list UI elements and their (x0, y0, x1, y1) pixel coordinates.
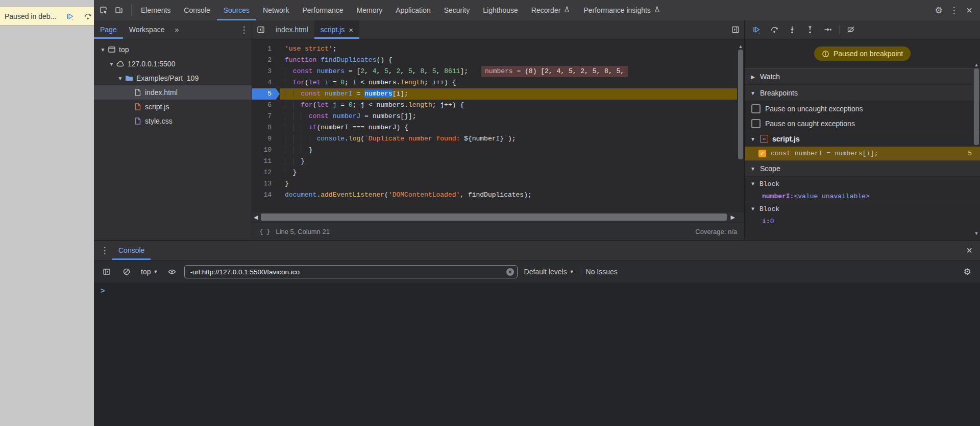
tab-performance[interactable]: Performance (296, 0, 350, 20)
code-text[interactable]: } (280, 178, 744, 190)
code-line-14[interactable]: 14document.addEventListener('DOMContentL… (252, 190, 744, 201)
line-number[interactable]: 10 (252, 145, 280, 156)
tab-console[interactable]: Console (177, 0, 216, 20)
code-text[interactable]: } (280, 145, 744, 156)
editor-tab-index-html[interactable]: index.html (270, 20, 314, 39)
close-tab-icon[interactable]: × (349, 26, 353, 34)
line-number[interactable]: 3 (252, 66, 280, 77)
console-settings-gear-icon[interactable]: ⚙ (960, 264, 975, 279)
console-prompt[interactable]: > (94, 283, 980, 299)
scroll-up-icon[interactable]: ▲ (973, 62, 980, 67)
code-text[interactable]: for(let j = 0; j < numbers.length; j++) … (280, 100, 744, 111)
line-number[interactable]: 9 (252, 133, 280, 145)
breakpoint-entry[interactable]: ✓ const numberI = numbers[i]; 5 (745, 147, 980, 160)
code-text[interactable]: } (280, 156, 744, 167)
code-text[interactable]: const numberI = numbers[i]; (280, 88, 744, 100)
scrollbar-thumb[interactable] (261, 214, 727, 221)
scope-section-header[interactable]: ▼ Scope (745, 160, 980, 177)
code-text[interactable]: 'use strict'; (280, 43, 744, 55)
device-toolbar-icon[interactable] (111, 3, 127, 18)
breakpoints-section-header[interactable]: ▼ Breakpoints (745, 85, 980, 101)
tree-item-top[interactable]: ▼top (94, 42, 252, 57)
code-text[interactable]: document.addEventListener('DOMContentLoa… (280, 190, 744, 201)
navigator-kebab-menu-icon[interactable]: ⋮ (236, 22, 252, 37)
toggle-navigator-icon[interactable] (252, 22, 270, 37)
more-tabs-button[interactable]: » (170, 26, 183, 34)
close-devtools-icon[interactable]: × (962, 3, 977, 18)
code-text[interactable]: console.log(`Duplicate number found: ${n… (280, 133, 744, 145)
code-line-6[interactable]: 6 for(let j = 0; j < numbers.length; j++… (252, 100, 744, 111)
line-number[interactable]: 8 (252, 122, 280, 133)
line-number[interactable]: 4 (252, 77, 280, 88)
breakpoint-file-group[interactable]: ▼ ‹› script.js (745, 131, 980, 147)
settings-gear-icon[interactable]: ⚙ (931, 3, 946, 18)
scope-block-header-1[interactable]: ▼Block (745, 202, 980, 216)
step-over-icon[interactable] (768, 22, 781, 37)
breakpoint-checkbox-checked[interactable]: ✓ (758, 150, 766, 157)
line-number[interactable]: 6 (252, 100, 280, 111)
clear-filter-icon[interactable]: ✕ (506, 268, 514, 276)
tab-lighthouse[interactable]: Lighthouse (476, 0, 525, 20)
line-number[interactable]: 11 (252, 156, 280, 167)
overlay-resume-button[interactable] (61, 7, 79, 25)
code-line-8[interactable]: 8 if(numberI === numberJ) { (252, 122, 744, 133)
issues-counter[interactable]: No Issues (586, 268, 618, 276)
line-number[interactable]: 14 (252, 190, 280, 201)
code-text[interactable]: function findDuplicates() { (280, 55, 744, 66)
line-number[interactable]: 2 (252, 55, 280, 66)
line-number[interactable]: 13 (252, 178, 280, 190)
deactivate-breakpoints-icon[interactable] (844, 22, 857, 37)
step-into-icon[interactable] (786, 22, 799, 37)
tab-performance-insights[interactable]: Performance insights (577, 0, 667, 20)
step-icon[interactable] (821, 22, 835, 37)
editor-vertical-scrollbar[interactable]: ▲ (737, 39, 744, 211)
code-line-10[interactable]: 10 } (252, 145, 744, 156)
scrollbar-thumb[interactable] (974, 68, 979, 145)
sidebar-scrollbar[interactable]: ▲ ▼ (973, 60, 980, 238)
expand-arrow-icon[interactable]: ▼ (108, 61, 115, 67)
scope-variable-i[interactable]: i: 0 (745, 216, 980, 227)
tab-network[interactable]: Network (256, 0, 296, 20)
tab-memory[interactable]: Memory (350, 0, 389, 20)
code-text[interactable]: if(numberI === numberJ) { (280, 122, 744, 133)
code-line-3[interactable]: 3 const numbers = [2, 4, 5, 2, 5, 8, 5, … (252, 66, 744, 77)
code-text[interactable]: const numberJ = numbers[j]; (280, 111, 744, 122)
tree-item-127-0-0-1-5500[interactable]: ▼127.0.0.1:5500 (94, 57, 252, 71)
line-number[interactable]: 7 (252, 111, 280, 122)
tree-item-script-js[interactable]: script.js (94, 100, 252, 114)
checkbox-unchecked[interactable] (751, 119, 761, 128)
code-line-12[interactable]: 12 } (252, 167, 744, 178)
editor-horizontal-scrollbar[interactable]: ◀ ▶ (252, 211, 744, 222)
live-expression-eye-icon[interactable] (164, 264, 180, 279)
code-line-4[interactable]: 4 for(let i = 0; i < numbers.length; i++… (252, 77, 744, 88)
console-filter-input[interactable] (184, 265, 517, 278)
console-sidebar-icon[interactable] (99, 264, 114, 279)
expand-arrow-icon[interactable]: ▼ (116, 76, 124, 81)
code-text[interactable]: const numbers = [2, 4, 5, 2, 5, 8, 5, 86… (280, 66, 744, 77)
code-line-7[interactable]: 7 const numberJ = numbers[j]; (252, 111, 744, 122)
toggle-debugger-pane-icon[interactable] (727, 22, 744, 37)
inspect-element-icon[interactable] (96, 3, 111, 18)
pretty-print-button[interactable]: { } (259, 228, 270, 235)
kebab-menu-icon[interactable]: ⋮ (946, 3, 962, 18)
watch-section-header[interactable]: ▶ Watch (745, 68, 980, 85)
line-number[interactable]: 1 (252, 43, 280, 55)
tab-sources[interactable]: Sources (217, 0, 256, 20)
resume-script-icon[interactable] (750, 22, 763, 37)
tree-item-index-html[interactable]: index.html (94, 85, 252, 100)
tab-console-drawer[interactable]: Console (112, 241, 151, 260)
code-line-1[interactable]: 1'use strict'; (252, 43, 744, 55)
code-editor[interactable]: 1'use strict';2function findDuplicates()… (252, 39, 744, 211)
execution-line-badge[interactable]: 5 (252, 88, 280, 100)
overlay-step-over-button[interactable] (79, 7, 94, 25)
step-out-icon[interactable] (803, 22, 817, 37)
tree-item-style-css[interactable]: style.css (94, 114, 252, 128)
scroll-down-icon[interactable]: ▼ (973, 231, 980, 236)
scrollbar-thumb[interactable] (738, 50, 743, 159)
navigator-tab-page[interactable]: Page (94, 20, 123, 39)
tab-security[interactable]: Security (437, 0, 477, 20)
close-drawer-icon[interactable]: × (962, 243, 977, 258)
code-line-5[interactable]: 5 const numberI = numbers[i]; (252, 88, 744, 100)
expand-arrow-icon[interactable]: ▼ (99, 47, 107, 53)
line-number[interactable]: 12 (252, 167, 280, 178)
